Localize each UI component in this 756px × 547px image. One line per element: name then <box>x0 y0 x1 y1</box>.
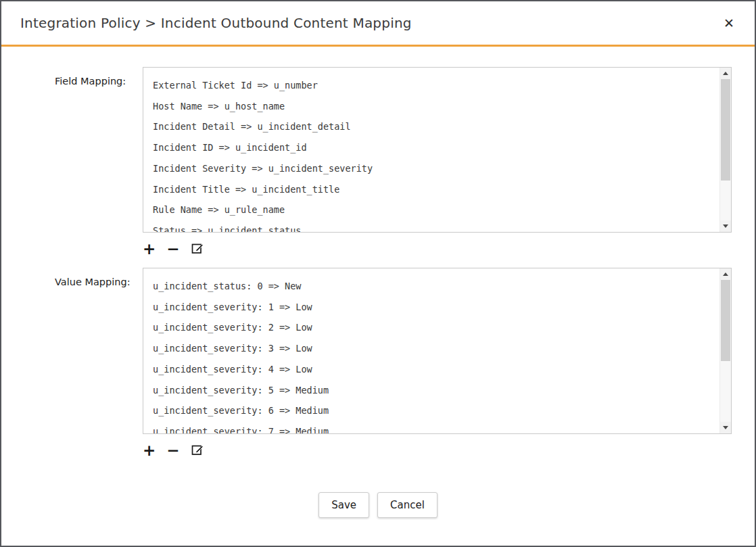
list-item[interactable]: u_incident_severity: 5 => Medium <box>143 380 731 401</box>
list-item[interactable]: u_incident_severity: 1 => Low <box>143 297 731 318</box>
scroll-down-icon[interactable] <box>720 422 731 433</box>
list-item[interactable]: Rule Name => u_rule_name <box>143 199 731 220</box>
list-item[interactable]: u_incident_severity: 6 => Medium <box>143 400 731 421</box>
field-mapping-label: Field Mapping: <box>55 67 143 233</box>
value-mapping-listbox[interactable]: u_incident_status: 0 => Newu_incident_se… <box>143 268 732 434</box>
scroll-up-icon[interactable] <box>720 68 731 79</box>
dialog-actions: Save Cancel <box>1 492 755 518</box>
scroll-up-icon[interactable] <box>720 268 731 280</box>
dialog: Integration Policy > Incident Outbound C… <box>0 0 756 547</box>
field-mapping-scrollbar[interactable] <box>719 68 731 232</box>
scroll-down-icon[interactable] <box>720 220 731 232</box>
add-button[interactable]: + <box>143 241 156 257</box>
list-item[interactable]: External Ticket Id => u_number <box>143 75 731 96</box>
list-item[interactable]: Incident Severity => u_incident_severity <box>143 158 731 179</box>
dialog-title: Integration Policy > Incident Outbound C… <box>20 15 412 31</box>
scroll-thumb[interactable] <box>721 79 730 181</box>
edit-icon <box>191 442 204 460</box>
dialog-content: Field Mapping: External Ticket Id => u_n… <box>1 47 755 518</box>
dialog-header: Integration Policy > Incident Outbound C… <box>1 1 755 45</box>
remove-button[interactable]: − <box>166 241 179 257</box>
list-item[interactable]: u_incident_severity: 4 => Low <box>143 359 731 380</box>
value-mapping-label: Value Mapping: <box>55 268 143 434</box>
value-mapping-row: Value Mapping: u_incident_status: 0 => N… <box>55 268 755 434</box>
edit-button[interactable] <box>191 443 204 459</box>
edit-icon <box>191 241 204 258</box>
add-button[interactable]: + <box>143 443 156 458</box>
list-item[interactable]: Incident Title => u_incident_title <box>143 179 731 200</box>
field-mapping-toolbar: + − <box>143 239 755 258</box>
value-mapping-list: u_incident_status: 0 => Newu_incident_se… <box>143 268 731 433</box>
field-mapping-listbox[interactable]: External Ticket Id => u_numberHost Name … <box>143 67 732 233</box>
scroll-thumb[interactable] <box>721 280 730 361</box>
value-mapping-scrollbar[interactable] <box>719 268 731 433</box>
remove-button[interactable]: − <box>166 443 179 458</box>
list-item[interactable]: u_incident_severity: 2 => Low <box>143 317 731 338</box>
list-item[interactable]: u_incident_severity: 7 => Medium <box>143 421 731 433</box>
cancel-button[interactable]: Cancel <box>377 492 438 518</box>
list-item[interactable]: Incident ID => u_incident_id <box>143 137 731 158</box>
list-item[interactable]: Status => u_incident_status <box>143 220 731 232</box>
close-icon[interactable]: ✕ <box>724 17 734 30</box>
value-mapping-toolbar: + − <box>143 441 755 460</box>
edit-button[interactable] <box>191 241 204 258</box>
list-item[interactable]: u_incident_severity: 3 => Low <box>143 338 731 359</box>
field-mapping-row: Field Mapping: External Ticket Id => u_n… <box>55 67 755 233</box>
list-item[interactable]: Host Name => u_host_name <box>143 96 731 117</box>
list-item[interactable]: Incident Detail => u_incident_detail <box>143 116 731 137</box>
field-mapping-list: External Ticket Id => u_numberHost Name … <box>143 68 731 232</box>
save-button[interactable]: Save <box>318 492 369 518</box>
list-item[interactable]: u_incident_status: 0 => New <box>143 276 731 297</box>
